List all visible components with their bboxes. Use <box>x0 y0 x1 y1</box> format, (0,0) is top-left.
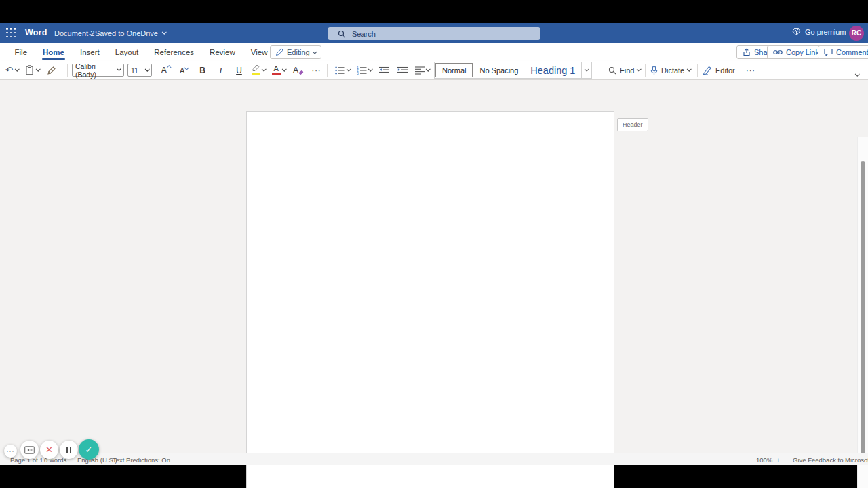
styles-gallery: Normal No Spacing Heading 1 <box>434 62 592 79</box>
zoom-in-button[interactable]: + <box>776 456 781 464</box>
tab-references[interactable]: References <box>146 43 202 61</box>
style-no-spacing[interactable]: No Spacing <box>473 62 524 78</box>
check-icon: ✓ <box>85 445 93 455</box>
chevron-down-icon <box>282 67 286 71</box>
avatar[interactable]: RC <box>849 26 864 41</box>
find-button[interactable]: Find <box>608 62 641 79</box>
style-heading-1[interactable]: Heading 1 <box>524 62 581 78</box>
grow-font-button[interactable]: A <box>157 62 175 79</box>
capture-pause-button[interactable] <box>60 441 78 459</box>
zoom-out-button[interactable]: − <box>744 456 748 464</box>
pencil-icon <box>275 48 283 56</box>
vertical-scrollbar[interactable] <box>857 137 868 488</box>
comment-icon <box>824 48 833 56</box>
capture-more-button[interactable]: ··· <box>4 445 17 458</box>
word-online-app: Word Document 2 - Saved to OneDrive Sear… <box>0 23 868 465</box>
clear-formatting-button[interactable]: A <box>289 62 307 79</box>
tab-file[interactable]: File <box>7 43 35 61</box>
format-painter-button[interactable] <box>47 62 56 79</box>
underline-icon: U <box>236 66 242 75</box>
copy-link-button[interactable]: Copy Link <box>767 45 825 59</box>
font-size-dropdown[interactable]: 11 <box>127 64 152 77</box>
ellipsis-icon: ··· <box>312 66 321 75</box>
editor-button[interactable]: Editor <box>703 62 735 79</box>
statusbar: Page 1 of 1 0 words English (U.S.) Text … <box>0 453 868 465</box>
more-font-options-button[interactable]: ··· <box>307 62 326 79</box>
highlight-button[interactable] <box>248 62 269 79</box>
undo-button[interactable]: ↶ <box>5 62 18 79</box>
collapse-ribbon-chevron[interactable] <box>856 66 859 79</box>
tab-insert[interactable]: Insert <box>72 43 107 61</box>
menubar: File Home Insert Layout References Revie… <box>0 43 868 61</box>
chevron-down-icon <box>687 67 691 71</box>
camera-icon <box>24 446 35 454</box>
comments-button[interactable]: Comments <box>818 45 868 59</box>
indent-icon <box>397 66 408 75</box>
grow-font-icon: A <box>161 65 167 75</box>
zoom-level[interactable]: 100% <box>756 456 772 464</box>
caret-down-icon <box>184 65 189 69</box>
tab-home[interactable]: Home <box>35 43 73 61</box>
style-normal[interactable]: Normal <box>435 63 473 77</box>
chevron-down-icon <box>36 67 40 71</box>
text-predictions-toggle[interactable]: Text Predictions: On <box>113 456 170 464</box>
find-icon <box>608 66 616 75</box>
search-icon <box>338 30 346 38</box>
eraser-icon <box>299 70 304 75</box>
numbered-list-icon: 123 <box>357 66 367 75</box>
go-premium-label: Go premium <box>805 28 846 36</box>
document-page[interactable] <box>246 111 614 488</box>
capture-cancel-button[interactable]: ✕ <box>40 441 58 459</box>
font-size-value: 11 <box>131 66 138 75</box>
dictate-button[interactable]: Dictate <box>650 62 691 79</box>
find-label: Find <box>620 66 634 75</box>
increase-indent-button[interactable] <box>393 62 412 79</box>
saved-status-label: Saved to OneDrive <box>95 29 158 37</box>
underline-button[interactable]: U <box>230 62 248 79</box>
editor-pen-icon <box>703 66 712 75</box>
screen: Word Document 2 - Saved to OneDrive Sear… <box>0 0 868 488</box>
capture-confirm-button[interactable]: ✓ <box>79 439 99 460</box>
highlighter-icon <box>252 65 260 75</box>
tab-review[interactable]: Review <box>202 43 243 61</box>
italic-button[interactable]: I <box>212 62 230 79</box>
font-color-icon: A <box>272 65 281 76</box>
chevron-down-icon <box>368 67 372 71</box>
word-logo[interactable]: Word <box>25 28 47 37</box>
tab-layout[interactable]: Layout <box>107 43 146 61</box>
alignment-button[interactable] <box>412 62 433 79</box>
microphone-icon <box>650 66 658 75</box>
editing-mode-dropdown[interactable]: Editing <box>270 45 321 59</box>
capture-camera-button[interactable] <box>20 441 39 459</box>
chevron-down-icon <box>162 30 166 34</box>
app-launcher-icon[interactable] <box>6 28 16 38</box>
feedback-link[interactable]: Give Feedback to Microsoft <box>793 456 868 464</box>
ribbon-toolbar: ↶ Calibri (Body) <box>0 61 868 80</box>
go-premium-button[interactable]: Go premium <box>792 28 846 36</box>
clipboard-icon <box>25 65 34 75</box>
decrease-indent-button[interactable] <box>375 62 393 79</box>
shrink-font-button[interactable]: A <box>175 62 193 79</box>
styles-gallery-expand[interactable] <box>581 62 591 78</box>
copy-link-label: Copy Link <box>786 48 819 56</box>
search-placeholder: Search <box>352 30 376 38</box>
search-input[interactable]: Search <box>328 27 540 40</box>
numbering-button[interactable]: 123 <box>353 62 375 79</box>
font-color-button[interactable]: A <box>269 62 289 79</box>
font-name-value: Calibri (Body) <box>75 62 118 79</box>
saved-status-dropdown[interactable]: Saved to OneDrive <box>95 29 165 37</box>
paste-button[interactable] <box>25 62 40 79</box>
header-tab-button[interactable]: Header <box>617 118 648 131</box>
align-icon <box>415 66 425 75</box>
bullets-button[interactable] <box>332 62 353 79</box>
bold-button[interactable]: B <box>193 62 212 79</box>
editor-label: Editor <box>715 66 735 75</box>
ellipsis-icon: ··· <box>746 66 755 75</box>
close-icon: ✕ <box>45 445 53 455</box>
comments-label: Comments <box>836 48 868 56</box>
chevron-down-icon <box>313 49 317 53</box>
chevron-down-icon <box>637 67 641 71</box>
more-commands-button[interactable]: ··· <box>744 62 757 79</box>
scrollbar-thumb[interactable] <box>861 161 865 456</box>
font-name-dropdown[interactable]: Calibri (Body) <box>72 64 124 77</box>
